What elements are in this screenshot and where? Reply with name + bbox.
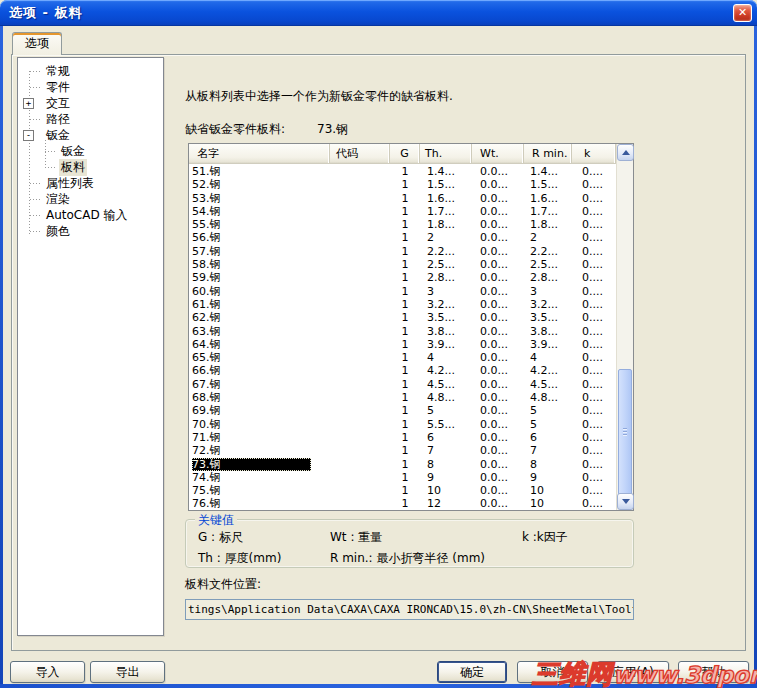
tree-item-路径[interactable]: 路径 [18, 111, 163, 127]
cell: 0.0... [472, 311, 524, 324]
watermark-part1: 三维网 [532, 659, 613, 688]
cell: 0.... [572, 231, 616, 244]
table-row[interactable]: 52.钢11.5...0.0...1.5...0.... [189, 178, 616, 191]
table-row[interactable]: 71.钢160.0...60.... [189, 431, 616, 444]
table-row[interactable]: 72.钢170.0...70.... [189, 444, 616, 457]
tree-item-渲染[interactable]: 渲染 [18, 191, 163, 207]
file-location-field[interactable]: tings\Application Data\CAXA\CAXA IRONCAD… [185, 599, 634, 620]
description-text: 从板料列表中选择一个作为新钣金零件的缺省板料. [185, 88, 453, 105]
tree-item-颜色[interactable]: 颜色 [18, 223, 163, 239]
table-row[interactable]: 61.钢13.2...0.0...3.2...0.... [189, 298, 616, 311]
table-row[interactable]: 74.钢190.0...90.... [189, 471, 616, 484]
table-row[interactable]: 67.钢14.5...0.0...4.5...0.... [189, 378, 616, 391]
cell: 0.0... [472, 178, 524, 191]
cell [330, 378, 390, 391]
table-row[interactable]: 57.钢12.2...0.0...2.2...0.... [189, 245, 616, 258]
table-row[interactable]: 62.钢13.5...0.0...3.5...0.... [189, 311, 616, 324]
table-row[interactable]: 64.钢13.9...0.0...3.9...0.... [189, 338, 616, 351]
table-row[interactable]: 59.钢12.8...0.0...2.8...0.... [189, 271, 616, 284]
ok-button[interactable]: 确定 [437, 661, 507, 683]
tree-item-常规[interactable]: 常规 [18, 63, 163, 79]
cell: 72.钢 [189, 444, 330, 457]
vertical-scrollbar[interactable] [616, 144, 633, 510]
tree-connector [30, 215, 42, 216]
cell: 0.... [572, 404, 616, 417]
cell: 0.0... [472, 285, 524, 298]
close-icon[interactable]: ✕ [733, 4, 752, 22]
watermark-part2: www.3dportal.cn [613, 662, 757, 688]
tree-connector [45, 167, 57, 168]
cell [330, 245, 390, 258]
title-bar[interactable]: 选项 - 板料 [0, 0, 757, 26]
column-header-代码[interactable]: 代码 [330, 144, 390, 163]
cell: 1 [390, 178, 420, 191]
cell: 0.0... [472, 471, 524, 484]
tree-item-钣金[interactable]: 钣金 [18, 143, 163, 159]
table-header: 名字代码GTh.Wt.R min.k [189, 144, 633, 164]
cell: 3 [524, 285, 572, 298]
cell: 0.... [572, 271, 616, 284]
cell: 0.... [572, 311, 616, 324]
tree-connector [30, 199, 42, 200]
export-button[interactable]: 导出 [90, 661, 165, 683]
tree-item-交互[interactable]: +交互 [18, 95, 163, 111]
table-row[interactable]: 58.钢12.5...0.0...2.5...0.... [189, 258, 616, 271]
table-row[interactable]: 66.钢14.2...0.0...4.2...0.... [189, 364, 616, 377]
tree-item-钣金[interactable]: -钣金 [18, 127, 163, 143]
cell: 0.0... [472, 231, 524, 244]
tree-item-AutoCAD 输入[interactable]: AutoCAD 输入 [18, 207, 163, 223]
cell: 0.... [572, 192, 616, 205]
column-header-Th.[interactable]: Th. [420, 144, 472, 163]
cell: 0.0... [472, 192, 524, 205]
cell: 3.5... [420, 311, 472, 324]
tree-item-零件[interactable]: 零件 [18, 79, 163, 95]
cell: 3.9... [524, 338, 572, 351]
table-row[interactable]: 73.钢180.0...80.... [189, 458, 616, 471]
key-values-list: G : 标尺Wt : 重量k :k因子Th : 厚度(mm)R min.: 最小… [198, 529, 629, 567]
cell: 5 [420, 404, 472, 417]
import-button[interactable]: 导入 [10, 661, 85, 683]
table-row[interactable]: 60.钢130.0...30.... [189, 285, 616, 298]
cell: 55.钢 [189, 218, 330, 231]
cell: 67.钢 [189, 378, 330, 391]
column-header-R min.[interactable]: R min. [524, 144, 572, 163]
expand-icon[interactable]: + [23, 98, 34, 109]
scrollbar-thumb[interactable] [618, 369, 632, 495]
column-header-名字[interactable]: 名字 [189, 144, 330, 163]
table-row[interactable]: 65.钢140.0...40.... [189, 351, 616, 364]
tree-item-板料[interactable]: 板料 [18, 159, 163, 175]
cell: 4.2... [420, 364, 472, 377]
table-row[interactable]: 53.钢11.6...0.0...1.6...0.... [189, 192, 616, 205]
tree-connector [30, 183, 42, 184]
cell: 1.5... [524, 178, 572, 191]
table-row[interactable]: 70.钢15.5...0.0...50.... [189, 418, 616, 431]
cell: 1.6... [524, 192, 572, 205]
cell: 0.0... [472, 258, 524, 271]
column-header-Wt.[interactable]: Wt. [472, 144, 524, 163]
table-row[interactable]: 76.钢1120.0...100.... [189, 497, 616, 510]
cell: 0.... [572, 178, 616, 191]
table-row[interactable]: 55.钢11.8...0.0...1.8...0.... [189, 218, 616, 231]
cell: 5.5... [420, 418, 472, 431]
tab-options[interactable]: 选项 [12, 32, 62, 55]
column-header-k[interactable]: k [572, 144, 616, 163]
cell: 4.5... [420, 378, 472, 391]
key-values-groupbox: 关键值 G : 标尺Wt : 重量k :k因子Th : 厚度(mm)R min.… [185, 519, 634, 568]
selected-row-highlight: 73.钢 [192, 458, 311, 471]
cell: 56.钢 [189, 231, 330, 244]
scroll-up-button[interactable] [617, 144, 634, 161]
table-row[interactable]: 68.钢14.8...0.0...4.8...0.... [189, 391, 616, 404]
tree-item-label: 钣金 [44, 127, 72, 144]
scroll-down-button[interactable] [617, 493, 634, 510]
column-header-G[interactable]: G [390, 144, 420, 163]
table-row[interactable]: 54.钢11.7...0.0...1.7...0.... [189, 205, 616, 218]
table-row[interactable]: 69.钢150.0...50.... [189, 404, 616, 417]
table-row[interactable]: 51.钢11.4...0.0...1.4...0.... [189, 165, 616, 178]
tree-item-属性列表[interactable]: 属性列表 [18, 175, 163, 191]
cell: 68.钢 [189, 391, 330, 404]
table-row[interactable]: 75.钢1100.0...100.... [189, 484, 616, 497]
collapse-icon[interactable]: - [23, 130, 34, 141]
table-row[interactable]: 56.钢120.0...20.... [189, 231, 616, 244]
table-row[interactable]: 63.钢13.8...0.0...3.8...0.... [189, 325, 616, 338]
options-dialog: 选项 - 板料 ✕ 选项 常规零件+交互路径-钣金钣金板料属性列表渲染AutoC… [0, 0, 757, 688]
